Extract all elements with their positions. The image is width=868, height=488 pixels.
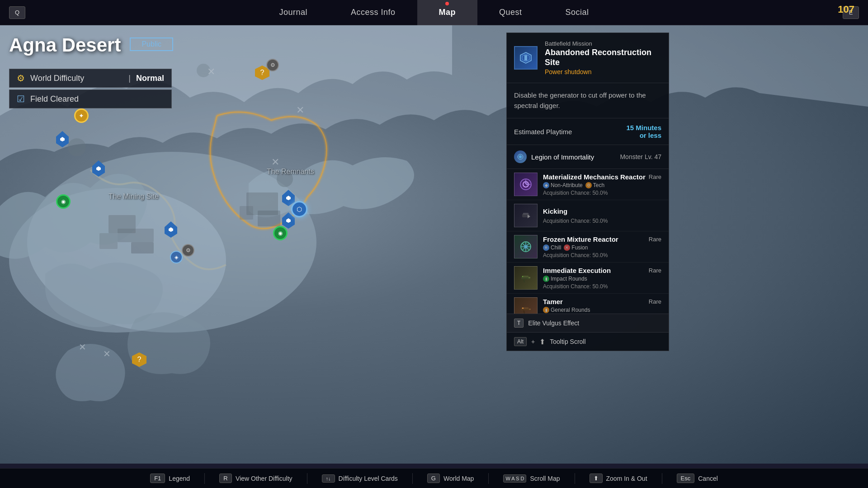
elite-effect-row: T Elite Vulgus Effect [507, 314, 669, 333]
loot-info-frozen: Frozen Mixture Reactor Rare ❄ Chill ✕ Fu… [543, 235, 661, 258]
loot-name-row-frozen: Frozen Mixture Reactor Rare [543, 235, 661, 243]
loot-thumb-tamer [514, 297, 538, 314]
loot-tags-tamer: ▮ General Rounds [543, 307, 661, 313]
top-navigation: Q Journal Access Info Map Quest Social E… [0, 0, 868, 25]
nav-quest[interactable]: Quest [477, 0, 544, 25]
bottom-item-scroll[interactable]: W A S D Scroll Map [503, 474, 560, 483]
divider-6 [662, 473, 662, 484]
r-key: R [219, 474, 232, 483]
mission-icon [514, 46, 538, 70]
divider-3 [412, 473, 413, 484]
zoom-label: Zoom In & Out [606, 475, 647, 482]
legion-icon [514, 150, 527, 163]
wasd-key: W A S D [503, 474, 526, 483]
playtime-value: 15 Minutesor less [626, 124, 661, 139]
svg-rect-20 [523, 213, 528, 215]
tag-tech: ⚙ Tech [585, 182, 604, 188]
loot-name-immediate: Immediate Execution [543, 267, 611, 274]
loot-item-materialized[interactable]: Materialized Mechanics Reactor Rare ◆ No… [507, 169, 669, 200]
loot-item-immediate[interactable]: Immediate Execution Rare ▮ Impact Rounds… [507, 263, 669, 294]
map-marker-question[interactable]: ? [132, 352, 146, 367]
loot-thumb-materialized [514, 173, 538, 196]
difficulty-icon: ⚙ [17, 73, 25, 84]
loot-tags-frozen: ❄ Chill ✕ Fusion [543, 244, 661, 251]
loot-tags-immediate: ▮ Impact Rounds [543, 276, 661, 282]
waypoint-1: ✕ [207, 66, 215, 78]
difficulty-label: World Difficulty [30, 74, 123, 83]
tag-general: ▮ General Rounds [543, 307, 590, 313]
playtime-row: Estimated Playtime 15 Minutesor less [507, 118, 669, 145]
loot-name-row-tamer: Tamer Rare [543, 298, 661, 305]
loot-item-kicking[interactable]: Kicking Acquisition Chance: 50.0% [507, 200, 669, 231]
mission-name: Abandoned Reconstruction Site [545, 48, 661, 67]
difficulty-divider: | [128, 74, 131, 83]
svg-point-16 [519, 155, 522, 158]
svg-rect-7 [258, 211, 280, 226]
alt-key: Alt [514, 337, 527, 346]
map-area[interactable]: The Remnants The Mining Site ✦ ? ? ◉ ◉ ⚙… [0, 25, 868, 464]
map-marker-gear-1[interactable]: ⚙ [266, 59, 281, 73]
svg-rect-5 [99, 233, 118, 249]
tag-icon-impact: ▮ [543, 276, 549, 282]
mission-status: Power shutdown [545, 68, 661, 75]
map-marker-2[interactable] [92, 160, 107, 175]
mission-panel: Battlefield Mission Abandoned Reconstruc… [506, 33, 669, 351]
tooltip-scroll-row: Alt + ⬆ Tooltip Scroll [507, 333, 669, 351]
map-marker-active[interactable]: ⬡ [291, 201, 306, 216]
divider-1 [204, 473, 205, 484]
loot-info-tamer: Tamer Rare ▮ General Rounds Acquisition … [543, 298, 661, 314]
map-marker-3[interactable] [165, 221, 179, 236]
map-marker-green-1[interactable]: ◉ [56, 194, 71, 209]
tooltip-scroll-label: Tooltip Scroll [550, 338, 585, 345]
nav-social[interactable]: Social [544, 0, 611, 25]
divider-4 [488, 473, 489, 484]
loot-name-materialized: Materialized Mechanics Reactor [543, 173, 646, 181]
map-marker-nav-1[interactable]: ◈ [170, 251, 184, 265]
bottom-item-zoom[interactable]: ⬆ Zoom In & Out [590, 474, 647, 483]
bottom-item-cards[interactable]: ↑↓ Difficulty Level Cards [322, 474, 398, 483]
q-shortcut-icon[interactable]: Q [9, 6, 25, 19]
nav-access-info[interactable]: Access Info [329, 0, 417, 25]
scroll-icon: ⬆ [539, 338, 545, 346]
map-marker-1[interactable] [56, 131, 71, 145]
field-cleared-row: ☑ Field Cleared [9, 89, 172, 108]
svg-point-9 [68, 138, 86, 156]
loot-rarity-tamer: Rare [649, 298, 661, 305]
cancel-label: Cancel [698, 475, 718, 482]
mission-title-area: Battlefield Mission Abandoned Reconstruc… [545, 40, 661, 75]
map-left-panel: Agna Desert Public ⚙ World Difficulty | … [9, 34, 173, 108]
bottom-item-worldmap[interactable]: G World Map [427, 474, 474, 483]
svg-point-22 [524, 245, 528, 249]
tag-icon-fusion: ✕ [564, 244, 570, 251]
bottom-item-legend[interactable]: F1 Legend [150, 474, 190, 483]
loot-list[interactable]: Materialized Mechanics Reactor Rare ◆ No… [507, 169, 669, 314]
loot-name-tamer: Tamer [543, 298, 563, 305]
bottom-item-difficulty[interactable]: R View Other Difficulty [219, 474, 292, 483]
loot-rarity-frozen: Rare [649, 236, 661, 243]
notification-dot [445, 2, 449, 5]
loot-name-kicking: Kicking [543, 207, 567, 215]
scroll-map-label: Scroll Map [530, 475, 560, 482]
public-badge-button[interactable]: Public [130, 38, 173, 51]
svg-rect-3 [118, 229, 154, 242]
nav-map[interactable]: Map [417, 0, 478, 25]
legion-left: Legion of Immortality [514, 150, 594, 163]
map-marker-gold-1[interactable]: ✦ [74, 108, 89, 123]
loot-chance-immediate: Acquisition Chance: 50.0% [543, 283, 661, 290]
elite-label: Elite Vulgus Effect [528, 319, 579, 327]
loot-item-tamer[interactable]: Tamer Rare ▮ General Rounds Acquisition … [507, 294, 669, 314]
svg-rect-30 [522, 308, 524, 309]
bottom-item-cancel[interactable]: Esc Cancel [677, 474, 718, 483]
mission-description: Disable the generator to cut off power t… [507, 83, 669, 118]
waypoint-5: ✕ [103, 348, 111, 359]
divider-2 [307, 473, 307, 484]
map-marker-green-2[interactable]: ◉ [273, 226, 288, 240]
loot-info-kicking: Kicking Acquisition Chance: 50.0% [543, 207, 661, 224]
loot-chance-materialized: Acquisition Chance: 50.0% [543, 190, 661, 196]
nav-journal[interactable]: Journal [257, 0, 329, 25]
tag-non-attribute: ◆ Non-Attribute [543, 182, 583, 188]
loot-chance-frozen: Acquisition Chance: 50.0% [543, 252, 661, 258]
loot-item-frozen[interactable]: Frozen Mixture Reactor Rare ❄ Chill ✕ Fu… [507, 231, 669, 263]
loot-name-row-kicking: Kicking [543, 207, 661, 215]
player-level-badge: 107 [838, 4, 854, 15]
